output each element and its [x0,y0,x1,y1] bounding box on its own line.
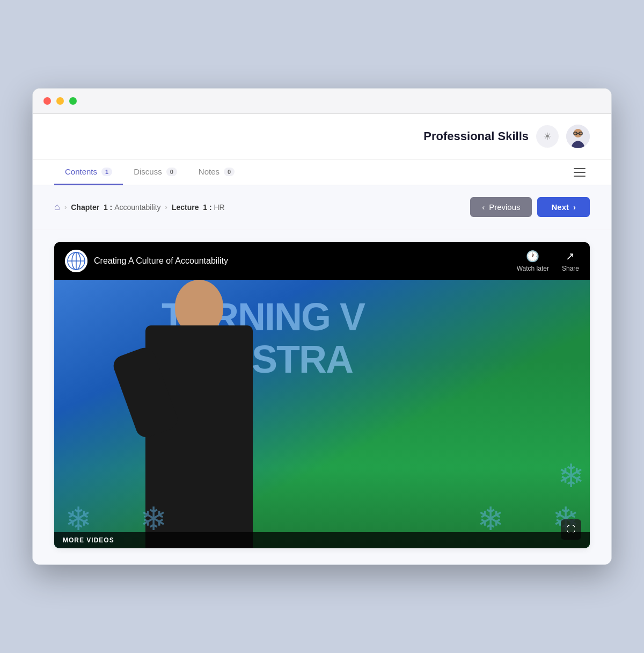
clock-icon: 🕐 [526,250,539,263]
breadcrumb: ⌂ › Chapter 1 : Accountability › Lecture… [54,201,225,213]
tab-notes-label: Notes [199,167,219,176]
previous-button[interactable]: ‹ Previous [470,197,532,217]
channel-logo [65,250,87,272]
more-videos-bar[interactable]: MORE VIDEOS [54,532,590,548]
home-icon[interactable]: ⌂ [54,201,60,213]
channel-logo-svg [65,250,87,272]
chapter-name-text: Accountability [114,203,160,212]
presenter-body [145,325,253,548]
chapter-num-text: 1 [104,203,108,212]
breadcrumb-bar: ⌂ › Chapter 1 : Accountability › Lecture… [33,185,611,229]
chevron-left-icon: ‹ [482,202,485,212]
breadcrumb-chapter-label: Chapter 1 : Accountability [71,203,160,212]
minimize-button[interactable] [56,97,64,105]
maximize-button[interactable] [69,97,77,105]
tab-notes-badge: 0 [224,168,235,176]
lecture-sep: : [209,203,214,212]
hamburger-line-2 [574,172,586,173]
hamburger-menu-button[interactable] [569,164,590,181]
more-videos-label: MORE VIDEOS [63,536,114,544]
watch-later-button[interactable]: 🕐 Watch later [517,250,549,272]
previous-label: Previous [489,202,520,212]
hamburger-line-3 [574,176,586,177]
chapter-sep: : [110,203,115,212]
avatar[interactable] [566,125,590,148]
watch-later-label: Watch later [517,265,549,272]
theme-toggle-button[interactable]: ☀ [536,125,559,148]
lecture-name-text: HR [214,203,225,212]
nav-buttons: ‹ Previous Next › [470,197,590,217]
header-actions: ☀ [529,125,590,148]
share-label: Share [562,265,579,272]
tab-contents[interactable]: Contents 1 [54,159,123,185]
share-button[interactable]: ↗ Share [562,250,579,272]
tab-contents-label: Contents [65,167,97,176]
nav-tabs: Contents 1 Discuss 0 Notes 0 [33,159,611,185]
next-label: Next [551,202,569,212]
close-button[interactable] [43,97,51,105]
app-body: Professional Skills ☀ [33,114,611,564]
title-bar [33,89,611,114]
hamburger-line-1 [574,168,586,169]
nav-tabs-left: Contents 1 Discuss 0 Notes 0 [54,159,569,185]
app-header: Professional Skills ☀ [33,114,611,159]
next-button[interactable]: Next › [537,197,590,217]
video-card: Creating A Culture of Accountability 🕐 W… [54,242,590,548]
chapter-label-text: Chapter [71,203,99,212]
avatar-image [566,125,590,148]
tab-discuss[interactable]: Discuss 0 [123,159,188,185]
breadcrumb-sep-1: › [64,203,67,211]
video-container: Creating A Culture of Accountability 🕐 W… [33,229,611,564]
video-top-bar: Creating A Culture of Accountability 🕐 W… [54,242,590,280]
tab-discuss-label: Discuss [134,167,162,176]
sun-icon: ☀ [543,130,552,142]
presenter-figure [97,280,301,548]
browser-window: Professional Skills ☀ [32,88,612,565]
app-title: Professional Skills [423,129,529,143]
share-icon: ↗ [566,250,575,263]
breadcrumb-lecture-label: Lecture 1 : HR [172,203,225,212]
video-title: Creating A Culture of Accountability [94,256,228,266]
tab-notes[interactable]: Notes 0 [188,159,245,185]
video-frame[interactable]: TURNING V AND STRA ❄ ❄ [54,280,590,548]
breadcrumb-sep-2: › [165,203,167,211]
video-channel: Creating A Culture of Accountability [65,250,228,272]
chevron-right-icon: › [573,202,576,212]
tab-discuss-badge: 0 [166,168,177,176]
lecture-label-text: Lecture [172,203,199,212]
tab-contents-badge: 1 [101,168,112,176]
video-player[interactable]: Creating A Culture of Accountability 🕐 W… [54,242,590,548]
video-actions: 🕐 Watch later ↗ Share [517,250,579,272]
lecture-num-text: 1 [203,203,207,212]
